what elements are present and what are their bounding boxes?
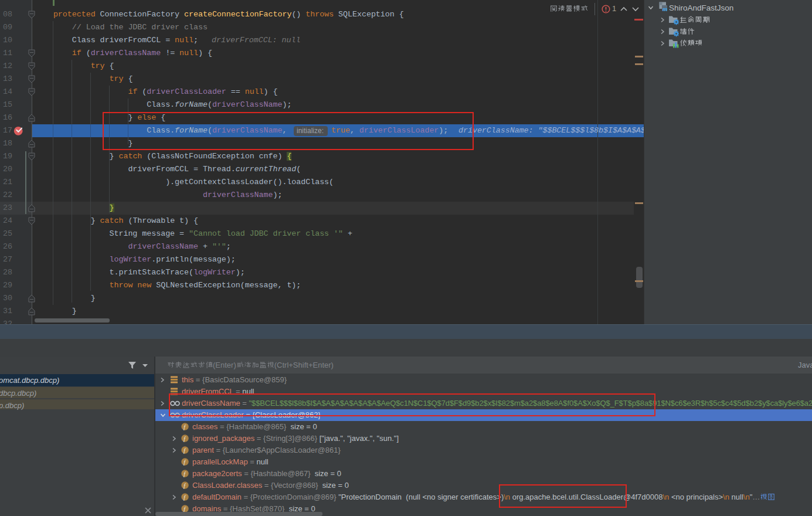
svg-text:m: m (662, 5, 668, 12)
